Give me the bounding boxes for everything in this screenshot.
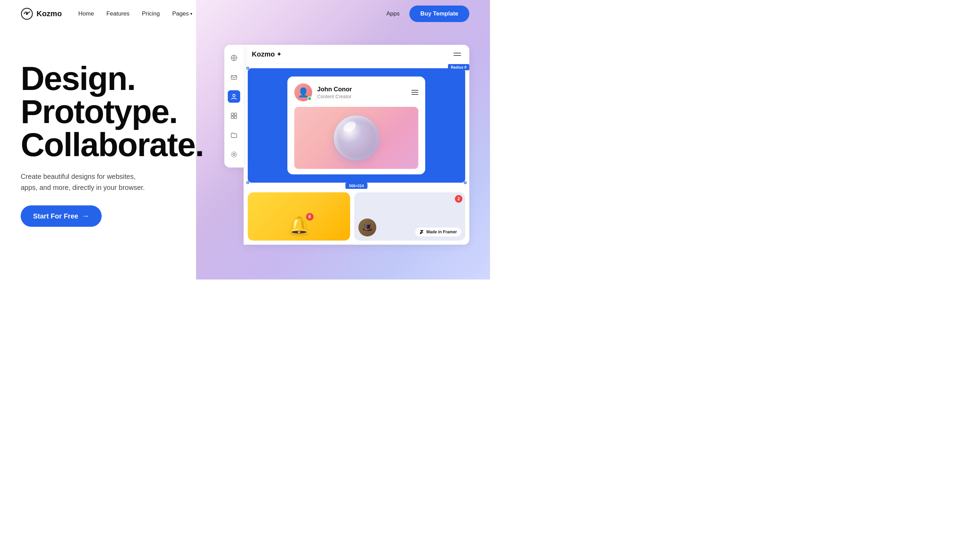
logo-star-icon: ✦ [277, 51, 281, 58]
sidebar-folder-icon[interactable] [228, 129, 240, 141]
profile-name: John Conor [317, 86, 352, 93]
canvas-blue: Radius 0 [248, 68, 465, 183]
start-for-free-button[interactable]: Start For Free → [21, 205, 102, 227]
bell-badge: 🔔 6 [289, 216, 309, 235]
nav-home[interactable]: Home [78, 10, 94, 17]
navbar: Kozmo Home Features Pricing Pages ▾ Apps… [0, 0, 490, 28]
design-panel: Kozmo ✦ Radius 0 [244, 45, 469, 245]
canvas-area: Radius 0 [244, 68, 469, 241]
panel-content: Radius 0 [244, 68, 469, 241]
hero-section: Design. Prototype. Collaborate. Create b… [21, 48, 204, 227]
bottom-cards: 🔔 6 🎩 2 [248, 192, 465, 241]
svg-point-1 [26, 13, 28, 15]
logo-icon [21, 8, 33, 20]
corner-handle-tl[interactable] [246, 67, 249, 69]
buy-template-button[interactable]: Buy Template [409, 5, 469, 22]
nav-pages[interactable]: Pages ▾ [172, 10, 192, 17]
svg-rect-12 [231, 116, 234, 119]
nav-features[interactable]: Features [106, 10, 130, 17]
dimension-badge: 566×314 [345, 183, 367, 189]
framer-card: 🎩 2 Made in Framer [354, 192, 465, 241]
profile-text: John Conor Content Creator [317, 86, 352, 99]
user-avatar-face: 🎩 [362, 222, 373, 233]
nav-links: Home Features Pricing Pages ▾ [78, 10, 192, 17]
preview-wrapper: Kozmo ✦ Radius 0 [224, 45, 469, 245]
svg-rect-11 [234, 113, 237, 116]
profile-role: Content Creator [317, 94, 352, 99]
card-image [294, 107, 418, 169]
panel-header: Kozmo ✦ [244, 45, 469, 64]
sidebar-settings-icon[interactable] [228, 148, 240, 160]
avatar-wrap: 👤 [294, 83, 312, 101]
arrow-icon: → [82, 212, 89, 221]
hero-subtitle: Create beautiful designs for websites, a… [21, 171, 152, 193]
svg-point-3 [233, 57, 235, 59]
crystal-ball-graphic [334, 116, 379, 160]
user-avatar-bottom: 🎩 [359, 218, 376, 237]
profile-info: 👤 John Conor Content Creator [294, 83, 352, 101]
corner-handle-br[interactable] [464, 181, 466, 184]
logo-text: Kozmo [36, 9, 62, 18]
hamburger-menu-icon[interactable] [453, 53, 461, 56]
main-content: Design. Prototype. Collaborate. Create b… [0, 28, 490, 245]
svg-rect-8 [231, 76, 237, 79]
hero-title: Design. Prototype. Collaborate. [21, 62, 204, 161]
notification-count: 6 [306, 213, 314, 221]
notification-card: 🔔 6 [248, 192, 350, 241]
nav-pricing[interactable]: Pricing [142, 10, 160, 17]
framer-icon [419, 230, 424, 234]
bell-icon: 🔔 [289, 216, 309, 234]
nav-left: Kozmo Home Features Pricing Pages ▾ [21, 8, 192, 20]
svg-rect-10 [231, 113, 234, 116]
panel-logo: Kozmo ✦ [252, 50, 281, 58]
svg-point-9 [233, 94, 235, 97]
profile-header: 👤 John Conor Content Creator [294, 83, 418, 101]
online-indicator [307, 96, 312, 101]
apps-link[interactable]: Apps [386, 10, 400, 17]
corner-handle-bl[interactable] [246, 181, 249, 184]
profile-card: 👤 John Conor Content Creator [288, 76, 425, 174]
framer-badge: Made in Framer [415, 227, 461, 237]
sidebar-panel [224, 45, 244, 167]
bell-icon-wrap: 🔔 6 [289, 216, 309, 235]
radius-badge: Radius 0 [448, 64, 469, 70]
logo[interactable]: Kozmo [21, 8, 62, 20]
nav-right: Apps Buy Template [386, 5, 469, 22]
profile-menu-icon[interactable] [412, 90, 418, 95]
sidebar-mail-icon[interactable] [228, 71, 240, 83]
svg-point-15 [231, 152, 236, 157]
avatar-face: 👤 [298, 87, 309, 98]
sidebar-target-icon[interactable] [228, 52, 240, 64]
sidebar-grid-icon[interactable] [228, 109, 240, 122]
chevron-down-icon: ▾ [190, 12, 192, 16]
preview-area: Kozmo ✦ Radius 0 [224, 45, 469, 245]
svg-rect-13 [234, 116, 237, 119]
sidebar-user-icon[interactable] [228, 90, 240, 103]
red-dot-badge: 2 [455, 195, 463, 203]
svg-point-14 [233, 153, 235, 155]
